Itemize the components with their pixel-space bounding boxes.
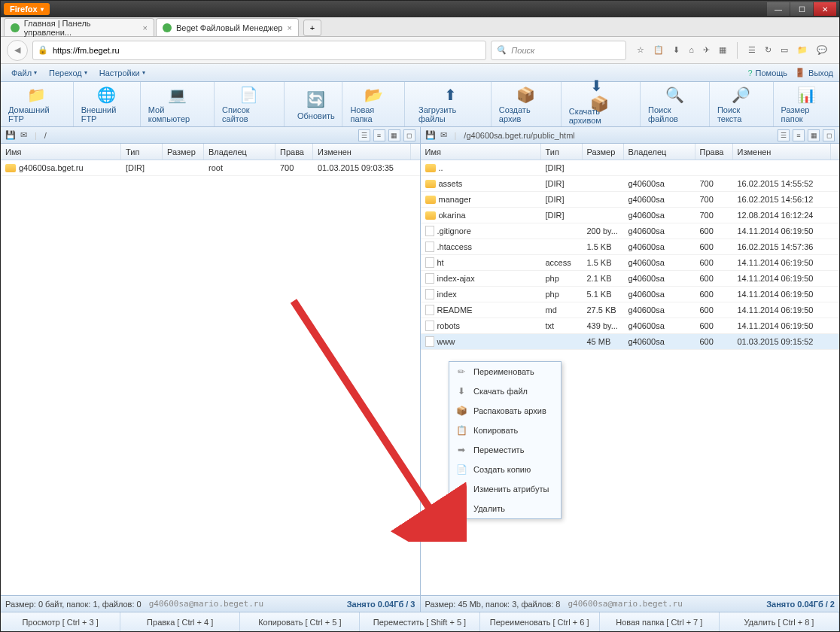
view-large-icon[interactable]: ◻: [403, 129, 415, 141]
menu-file[interactable]: Файл▾: [7, 67, 41, 79]
column-header-size[interactable]: Размер: [163, 144, 204, 160]
file-icon: [425, 257, 434, 268]
toolbar-домашний-ftp[interactable]: 📁Домашний FTP: [1, 82, 74, 126]
file-row[interactable]: index-ajaxphp2.1 KBg40600sa60014.11.2014…: [421, 271, 840, 287]
file-row[interactable]: www45 MBg40600sa60001.03.2015 09:15:52: [421, 334, 840, 350]
toolbar-загрузить-файлы[interactable]: ⬆Загрузить файлы: [411, 82, 492, 126]
context-распаковать-архив[interactable]: 📦Распаковать архив: [449, 401, 561, 421]
extension-icon[interactable]: ▭: [781, 45, 788, 55]
file-icon: [425, 305, 434, 315]
bookmark-star-icon[interactable]: ☆: [637, 45, 644, 55]
column-header-perm[interactable]: Права: [275, 144, 313, 160]
download-icon[interactable]: ⬇: [673, 45, 680, 55]
column-header-owner[interactable]: Владелец: [624, 144, 695, 160]
file-row[interactable]: htaccess1.5 KBg40600sa60014.11.2014 06:1…: [421, 255, 840, 271]
column-header-name[interactable]: Имя: [421, 144, 541, 160]
minimize-button[interactable]: —: [767, 2, 790, 16]
view-details-icon[interactable]: ≡: [793, 129, 805, 141]
url-input[interactable]: 🔒 https://fm.beget.ru: [32, 41, 486, 60]
send-icon[interactable]: ✈: [703, 45, 710, 55]
bottom-btn[interactable]: Переместить [ Shift + 5 ]: [360, 612, 479, 631]
column-header-type[interactable]: Тип: [121, 144, 163, 160]
toolbar-размер-папок[interactable]: 📊Размер папок: [774, 82, 839, 126]
grid-icon[interactable]: ▦: [719, 45, 726, 55]
bottom-btn[interactable]: Удалить [ Ctrl + 8 ]: [720, 612, 839, 631]
app-menubar: Файл▾ Переход▾ Настройки▾ ?Помощь 🚪Выход: [1, 64, 839, 82]
context-создать-копию[interactable]: 📄Создать копию: [449, 460, 561, 479]
address-bar: ◀ 🔒 https://fm.beget.ru 🔍Поиск ☆ 📋 ⬇ ⌂ ✈…: [1, 37, 839, 64]
column-header-name[interactable]: Имя: [1, 144, 121, 160]
column-header-modified[interactable]: Изменен: [733, 144, 831, 160]
file-row[interactable]: robotstxt439 by...g40600sa60014.11.2014 …: [421, 318, 840, 334]
column-header-perm[interactable]: Права: [695, 144, 733, 160]
envelope-icon[interactable]: ✉: [440, 130, 447, 140]
bottom-btn[interactable]: Переименовать [ Ctrl + 6 ]: [480, 612, 600, 631]
close-button[interactable]: ✕: [814, 2, 836, 16]
browser-tab-0[interactable]: Главная | Панель управлени...×: [4, 18, 154, 36]
view-list-icon[interactable]: ☰: [778, 129, 790, 141]
context-удалить[interactable]: ✖Удалить: [449, 499, 561, 518]
toolbar-обновить[interactable]: 🔄Обновить: [290, 82, 342, 126]
file-row[interactable]: okarina[DIR]g40600sa70012.08.2014 16:12:…: [421, 208, 840, 223]
new-tab-button[interactable]: +: [303, 20, 321, 36]
view-large-icon[interactable]: ◻: [823, 129, 835, 141]
file-row[interactable]: ..[DIR]: [421, 160, 840, 176]
column-header-owner[interactable]: Владелец: [204, 144, 275, 160]
back-button[interactable]: ◀: [7, 40, 28, 61]
envelope-icon[interactable]: ✉: [20, 130, 27, 140]
context-скачать-файл[interactable]: ⬇Скачать файл: [449, 381, 561, 401]
tool-icon: 🔎: [731, 86, 752, 104]
maximize-button[interactable]: ☐: [790, 2, 813, 16]
bottom-btn[interactable]: Просмотр [ Ctrl + 3 ]: [1, 612, 120, 631]
context-переименовать[interactable]: ✏Переименовать: [449, 362, 561, 381]
chat-icon[interactable]: 💬: [817, 45, 827, 55]
clipboard-icon[interactable]: 📋: [653, 45, 664, 55]
right-path-text: /g40600sa.bget.ru/public_html: [464, 131, 574, 140]
file-row[interactable]: .gitignore200 by...g40600sa60014.11.2014…: [421, 223, 840, 239]
bottom-btn[interactable]: Правка [ Ctrl + 4 ]: [120, 612, 240, 631]
toolbar-мой-компьютер[interactable]: 💻Мой компьютер: [141, 82, 215, 126]
help-link[interactable]: ?Помощь: [747, 68, 787, 77]
view-grid-icon[interactable]: ▦: [808, 129, 820, 141]
context-изменить-атрибуты[interactable]: ⚙Изменить атрибуты: [449, 479, 561, 499]
context-копировать[interactable]: 📋Копировать: [449, 421, 561, 440]
home-icon[interactable]: ⌂: [689, 45, 694, 55]
toolbar-список-сайтов[interactable]: 📄Список сайтов: [215, 82, 285, 126]
file-row[interactable]: g40600sa.bget.ru[DIR]root70001.03.2015 0…: [1, 160, 420, 176]
column-header-size[interactable]: Размер: [583, 144, 624, 160]
view-details-icon[interactable]: ≡: [373, 129, 385, 141]
toolbar-создать-архив[interactable]: 📦Создать архив: [492, 82, 562, 126]
toolbar-поиск-текста[interactable]: 🔎Поиск текста: [710, 82, 774, 126]
file-row[interactable]: indexphp5.1 KBg40600sa60014.11.2014 06:1…: [421, 287, 840, 302]
column-header-modified[interactable]: Изменен: [313, 144, 411, 160]
tab-close-icon[interactable]: ×: [287, 23, 291, 32]
exit-link[interactable]: 🚪Выход: [795, 68, 833, 77]
left-file-list[interactable]: g40600sa.bget.ru[DIR]root70001.03.2015 0…: [1, 160, 420, 595]
browser-tab-1[interactable]: Beget Файловый Менеджер×: [156, 18, 299, 36]
bottom-btn[interactable]: Новая папка [ Ctrl + 7 ]: [600, 612, 720, 631]
toolbar-новая-папка[interactable]: 📂Новая папка: [342, 82, 405, 126]
column-header-type[interactable]: Тип: [541, 144, 583, 160]
lock-icon: 🔒: [38, 45, 48, 55]
drive-icon[interactable]: 💾: [425, 130, 436, 140]
context-переместить[interactable]: ➡Переместить: [449, 440, 561, 460]
bottom-btn[interactable]: Копировать [ Ctrl + 5 ]: [240, 612, 360, 631]
view-list-icon[interactable]: ☰: [358, 129, 370, 141]
file-row[interactable]: manager[DIR]g40600sa70016.02.2015 14:56:…: [421, 192, 840, 208]
file-row[interactable]: .htaccess1.5 KBg40600sa60016.02.2015 14:…: [421, 239, 840, 255]
menu-go[interactable]: Переход▾: [44, 67, 92, 79]
toolbar-поиск-файлов[interactable]: 🔍Поиск файлов: [641, 82, 710, 126]
toolbar-внешний-ftp[interactable]: 🌐Внешний FTP: [74, 82, 141, 126]
file-row[interactable]: assets[DIR]g40600sa70016.02.2015 14:55:5…: [421, 176, 840, 192]
menu-settings[interactable]: Настройки▾: [95, 67, 150, 79]
reload-icon[interactable]: ↻: [765, 45, 772, 55]
drive-icon[interactable]: 💾: [5, 130, 16, 140]
search-input[interactable]: 🔍Поиск: [491, 41, 626, 60]
menu-icon[interactable]: ☰: [748, 45, 756, 55]
view-grid-icon[interactable]: ▦: [388, 129, 400, 141]
tab-close-icon[interactable]: ×: [143, 23, 148, 32]
folder-icon[interactable]: 📁: [797, 45, 808, 55]
file-row[interactable]: READMEmd27.5 KBg40600sa60014.11.2014 06:…: [421, 302, 840, 318]
exit-icon: 🚪: [795, 68, 805, 77]
toolbar-скачать-архивом[interactable]: ⬇📦Скачать архивом: [562, 82, 641, 126]
